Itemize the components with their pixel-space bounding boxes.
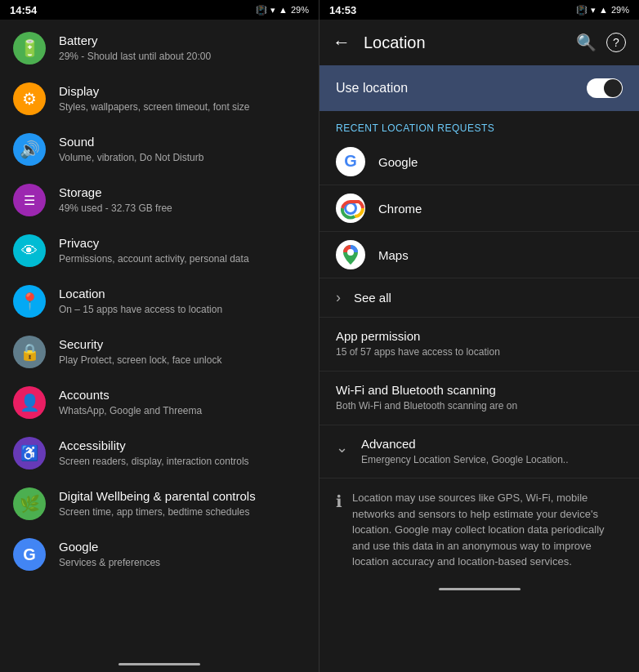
- status-icons-right: 📳 ▾ ▲ 29%: [576, 5, 629, 16]
- advanced-chevron-icon: ⌄: [336, 438, 348, 456]
- info-icon: ℹ: [336, 492, 342, 511]
- privacy-text: Privacy Permissions, account activity, p…: [59, 235, 306, 265]
- app-permission-title: App permission: [336, 329, 623, 343]
- accessibility-subtitle: Screen readers, display, interaction con…: [59, 456, 306, 469]
- settings-item-accessibility[interactable]: ♿ Accessibility Screen readers, display,…: [0, 428, 319, 478]
- battery-left: 29%: [291, 5, 309, 15]
- app-item-google[interactable]: G Google: [320, 139, 639, 185]
- nav-indicator-right: [439, 588, 521, 590]
- display-icon-circle: ⚙: [13, 82, 46, 115]
- wellbeing-icon-circle: 🌿: [13, 487, 46, 520]
- accounts-text: Accounts WhatsApp, Google and Threema: [59, 387, 306, 417]
- maps-app-icon: [336, 240, 365, 269]
- location-text: Location On – 15 apps have access to loc…: [59, 286, 306, 316]
- sound-icon-circle: 🔊: [13, 133, 46, 166]
- signal-icon-right: ▲: [599, 5, 608, 15]
- wifi-bluetooth-row[interactable]: Wi-Fi and Bluetooth scanning Both Wi-Fi …: [320, 372, 639, 425]
- svg-point-6: [347, 249, 354, 256]
- settings-item-privacy[interactable]: 👁 Privacy Permissions, account activity,…: [0, 225, 319, 276]
- accessibility-icon-circle: ♿: [13, 437, 46, 470]
- page-title: Location: [364, 33, 576, 52]
- status-icons-left: 📳 ▾ ▲ 29%: [256, 5, 309, 16]
- settings-item-security[interactable]: 🔒 Security Play Protect, screen lock, fa…: [0, 327, 319, 377]
- google-title: Google: [59, 539, 306, 555]
- accessibility-title: Accessibility: [59, 438, 306, 454]
- google-icon-circle: G: [13, 538, 46, 571]
- wellbeing-text: Digital Wellbeing & parental controls Sc…: [59, 488, 306, 518]
- see-all-label: See all: [354, 291, 391, 305]
- nav-indicator-left: [118, 663, 200, 665]
- svg-text:G: G: [344, 152, 357, 170]
- see-all-chevron-icon: ›: [336, 289, 341, 306]
- see-all-item[interactable]: › See all: [320, 278, 639, 318]
- app-permission-subtitle: 15 of 57 apps have access to location: [336, 345, 623, 359]
- app-item-maps[interactable]: Maps: [320, 232, 639, 278]
- wellbeing-subtitle: Screen time, app timers, bedtime schedul…: [59, 506, 306, 519]
- wifi-bluetooth-subtitle: Both Wi-Fi and Bluetooth scanning are on: [336, 399, 623, 413]
- google-app-name: Google: [378, 155, 418, 169]
- status-time-right: 14:53: [329, 4, 356, 16]
- signal-icon: ▲: [279, 5, 288, 15]
- advanced-title: Advanced: [361, 437, 568, 451]
- vibrate-icon: 📳: [256, 5, 267, 16]
- battery-subtitle: 29% - Should last until about 20:00: [59, 51, 306, 64]
- settings-item-accounts[interactable]: 👤 Accounts WhatsApp, Google and Threema: [0, 377, 319, 428]
- settings-item-location[interactable]: 📍 Location On – 15 apps have access to l…: [0, 276, 319, 327]
- status-bar-right: 14:53 📳 ▾ ▲ 29%: [320, 0, 639, 20]
- accounts-subtitle: WhatsApp, Google and Threema: [59, 405, 306, 418]
- settings-item-sound[interactable]: 🔊 Sound Volume, vibration, Do Not Distur…: [0, 124, 319, 175]
- back-button[interactable]: ←: [333, 33, 351, 51]
- location-icon-circle: 📍: [13, 285, 46, 318]
- display-subtitle: Styles, wallpapers, screen timeout, font…: [59, 101, 306, 114]
- wifi-icon-right: ▾: [591, 5, 596, 16]
- search-button[interactable]: 🔍: [576, 33, 597, 52]
- wifi-icon: ▾: [270, 5, 275, 16]
- location-panel: 14:53 📳 ▾ ▲ 29% ← Location 🔍 ? Use locat…: [320, 0, 639, 672]
- storage-icon-circle: ☰: [13, 184, 46, 216]
- settings-item-wellbeing[interactable]: 🌿 Digital Wellbeing & parental controls …: [0, 478, 319, 529]
- security-text: Security Play Protect, screen lock, face…: [59, 336, 306, 367]
- vibrate-icon-right: 📳: [576, 5, 588, 16]
- privacy-subtitle: Permissions, account activity, personal …: [59, 253, 306, 266]
- help-button[interactable]: ?: [606, 33, 626, 52]
- wifi-bluetooth-title: Wi-Fi and Bluetooth scanning: [336, 383, 623, 397]
- battery-right: 29%: [611, 5, 629, 15]
- google-text: Google Services & preferences: [59, 539, 306, 569]
- bottom-nav-left: [0, 656, 319, 672]
- settings-item-storage[interactable]: ☰ Storage 49% used - 32.73 GB free: [0, 175, 319, 225]
- google-app-icon: G: [336, 147, 365, 176]
- security-subtitle: Play Protect, screen lock, face unlock: [59, 354, 306, 367]
- status-bar-left: 14:54 📳 ▾ ▲ 29%: [0, 0, 319, 20]
- battery-title: Battery: [59, 33, 306, 49]
- sound-subtitle: Volume, vibration, Do Not Disturb: [59, 152, 306, 165]
- bottom-nav-right: [320, 581, 639, 598]
- settings-item-display[interactable]: ⚙ Display Styles, wallpapers, screen tim…: [0, 73, 319, 124]
- settings-item-google[interactable]: G Google Services & preferences: [0, 529, 319, 580]
- use-location-row[interactable]: Use location: [320, 65, 639, 111]
- advanced-subtitle: Emergency Location Service, Google Locat…: [361, 453, 568, 467]
- maps-app-name: Maps: [378, 248, 409, 262]
- accessibility-text: Accessibility Screen readers, display, i…: [59, 438, 306, 468]
- sound-text: Sound Volume, vibration, Do Not Disturb: [59, 134, 306, 164]
- settings-item-battery[interactable]: 🔋 Battery 29% - Should last until about …: [0, 23, 319, 73]
- app-permission-row[interactable]: App permission 15 of 57 apps have access…: [320, 318, 639, 372]
- accounts-title: Accounts: [59, 387, 306, 403]
- accounts-icon-circle: 👤: [13, 386, 46, 419]
- disclaimer-row: ℹ Location may use sources like GPS, Wi-…: [320, 478, 639, 581]
- status-time-left: 14:54: [10, 4, 37, 16]
- display-title: Display: [59, 83, 306, 100]
- app-item-chrome[interactable]: Chrome: [320, 185, 639, 232]
- header-actions: 🔍 ?: [576, 33, 626, 52]
- toggle-knob: [604, 79, 622, 97]
- recent-section-label: RECENT LOCATION REQUESTS: [320, 111, 639, 139]
- location-header: ← Location 🔍 ?: [320, 20, 639, 65]
- storage-subtitle: 49% used - 32.73 GB free: [59, 202, 306, 216]
- disclaimer-text: Location may use sources like GPS, Wi-Fi…: [352, 490, 623, 570]
- security-title: Security: [59, 336, 306, 353]
- advanced-text: Advanced Emergency Location Service, Goo…: [361, 437, 568, 467]
- advanced-row[interactable]: ⌄ Advanced Emergency Location Service, G…: [320, 425, 639, 479]
- svg-point-4: [346, 204, 355, 212]
- use-location-toggle[interactable]: [587, 78, 623, 98]
- location-title: Location: [59, 286, 306, 302]
- location-subtitle: On – 15 apps have access to location: [59, 304, 306, 317]
